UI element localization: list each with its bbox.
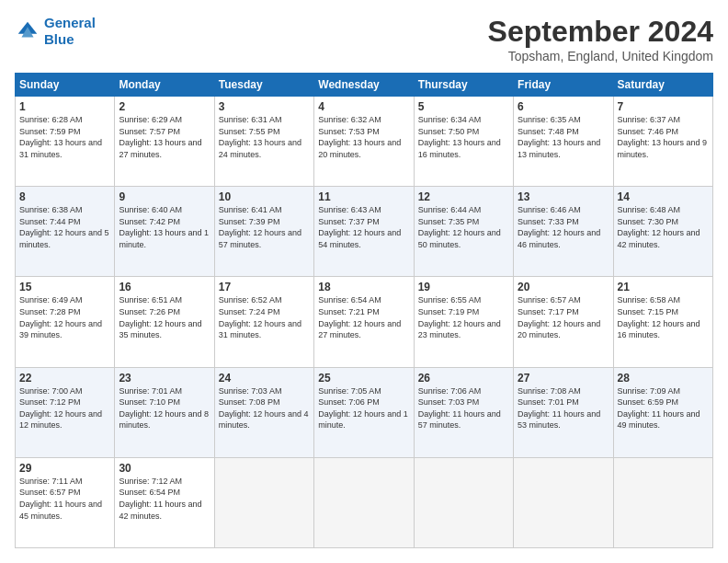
logo-line2: Blue xyxy=(44,31,74,47)
day-number: 23 xyxy=(119,372,210,385)
col-thursday: Thursday xyxy=(414,74,513,97)
day-info: Sunrise: 6:55 AMSunset: 7:19 PMDaylight:… xyxy=(418,294,509,340)
calendar-week-row: 29 Sunrise: 7:11 AMSunset: 6:57 PMDaylig… xyxy=(16,457,713,547)
day-info: Sunrise: 7:05 AMSunset: 7:06 PMDaylight:… xyxy=(318,385,409,431)
day-number: 14 xyxy=(618,190,709,203)
calendar-week-row: 22 Sunrise: 7:00 AMSunset: 7:12 PMDaylig… xyxy=(16,367,713,457)
day-number: 11 xyxy=(318,190,409,203)
table-row: 6 Sunrise: 6:35 AMSunset: 7:48 PMDayligh… xyxy=(514,97,613,187)
table-row: 27 Sunrise: 7:08 AMSunset: 7:01 PMDaylig… xyxy=(514,367,613,457)
logo-text: General Blue xyxy=(44,15,96,48)
day-info: Sunrise: 6:31 AMSunset: 7:55 PMDaylight:… xyxy=(219,114,310,160)
table-row xyxy=(314,457,414,547)
table-row: 14 Sunrise: 6:48 AMSunset: 7:30 PMDaylig… xyxy=(613,187,712,277)
day-number: 27 xyxy=(518,372,609,385)
day-number: 4 xyxy=(318,100,409,113)
day-info: Sunrise: 6:34 AMSunset: 7:50 PMDaylight:… xyxy=(418,114,509,160)
table-row: 25 Sunrise: 7:05 AMSunset: 7:06 PMDaylig… xyxy=(314,367,414,457)
table-row: 1 Sunrise: 6:28 AMSunset: 7:59 PMDayligh… xyxy=(16,97,115,187)
table-row: 13 Sunrise: 6:46 AMSunset: 7:33 PMDaylig… xyxy=(514,187,613,277)
table-row: 15 Sunrise: 6:49 AMSunset: 7:28 PMDaylig… xyxy=(16,277,115,367)
day-info: Sunrise: 7:03 AMSunset: 7:08 PMDaylight:… xyxy=(219,385,310,431)
day-number: 3 xyxy=(219,100,310,113)
day-number: 15 xyxy=(19,281,110,293)
day-number: 13 xyxy=(518,190,609,203)
table-row: 8 Sunrise: 6:38 AMSunset: 7:44 PMDayligh… xyxy=(16,187,115,277)
table-row: 23 Sunrise: 7:01 AMSunset: 7:10 PMDaylig… xyxy=(115,367,214,457)
col-saturday: Saturday xyxy=(613,74,712,97)
table-row: 9 Sunrise: 6:40 AMSunset: 7:42 PMDayligh… xyxy=(115,187,214,277)
col-sunday: Sunday xyxy=(16,74,115,97)
day-info: Sunrise: 7:09 AMSunset: 6:59 PMDaylight:… xyxy=(618,385,709,431)
day-number: 29 xyxy=(19,462,110,475)
day-info: Sunrise: 6:35 AMSunset: 7:48 PMDaylight:… xyxy=(518,114,609,160)
day-info: Sunrise: 6:32 AMSunset: 7:53 PMDaylight:… xyxy=(318,114,409,160)
table-row: 7 Sunrise: 6:37 AMSunset: 7:46 PMDayligh… xyxy=(613,97,712,187)
table-row: 4 Sunrise: 6:32 AMSunset: 7:53 PMDayligh… xyxy=(314,97,414,187)
day-info: Sunrise: 6:57 AMSunset: 7:17 PMDaylight:… xyxy=(518,294,609,340)
calendar: Sunday Monday Tuesday Wednesday Thursday… xyxy=(15,73,713,548)
table-row: 28 Sunrise: 7:09 AMSunset: 6:59 PMDaylig… xyxy=(613,367,712,457)
header: General Blue September 2024 Topsham, Eng… xyxy=(15,15,713,63)
title-block: September 2024 Topsham, England, United … xyxy=(488,15,713,63)
col-wednesday: Wednesday xyxy=(314,74,414,97)
day-info: Sunrise: 6:46 AMSunset: 7:33 PMDaylight:… xyxy=(518,204,609,250)
day-number: 25 xyxy=(318,372,409,385)
table-row: 5 Sunrise: 6:34 AMSunset: 7:50 PMDayligh… xyxy=(414,97,513,187)
table-row: 17 Sunrise: 6:52 AMSunset: 7:24 PMDaylig… xyxy=(214,277,313,367)
day-info: Sunrise: 6:43 AMSunset: 7:37 PMDaylight:… xyxy=(318,204,409,250)
table-row: 12 Sunrise: 6:44 AMSunset: 7:35 PMDaylig… xyxy=(414,187,513,277)
day-info: Sunrise: 6:37 AMSunset: 7:46 PMDaylight:… xyxy=(618,114,709,160)
day-number: 19 xyxy=(418,281,509,293)
day-info: Sunrise: 6:41 AMSunset: 7:39 PMDaylight:… xyxy=(219,204,310,250)
day-number: 12 xyxy=(418,190,509,203)
day-number: 17 xyxy=(219,281,310,293)
day-info: Sunrise: 7:08 AMSunset: 7:01 PMDaylight:… xyxy=(518,385,609,431)
day-info: Sunrise: 7:11 AMSunset: 6:57 PMDaylight:… xyxy=(19,476,110,522)
day-number: 10 xyxy=(219,190,310,203)
table-row: 21 Sunrise: 6:58 AMSunset: 7:15 PMDaylig… xyxy=(613,277,712,367)
day-info: Sunrise: 7:12 AMSunset: 6:54 PMDaylight:… xyxy=(119,476,210,522)
month-title: September 2024 xyxy=(488,15,713,49)
col-tuesday: Tuesday xyxy=(214,74,313,97)
day-number: 18 xyxy=(318,281,409,293)
day-info: Sunrise: 6:44 AMSunset: 7:35 PMDaylight:… xyxy=(418,204,509,250)
day-info: Sunrise: 7:01 AMSunset: 7:10 PMDaylight:… xyxy=(119,385,210,431)
calendar-week-row: 8 Sunrise: 6:38 AMSunset: 7:44 PMDayligh… xyxy=(16,187,713,277)
day-info: Sunrise: 6:49 AMSunset: 7:28 PMDaylight:… xyxy=(19,294,110,340)
logo-icon xyxy=(15,18,40,44)
day-number: 24 xyxy=(219,372,310,385)
day-number: 26 xyxy=(418,372,509,385)
table-row: 24 Sunrise: 7:03 AMSunset: 7:08 PMDaylig… xyxy=(214,367,313,457)
logo: General Blue xyxy=(15,15,96,48)
table-row: 22 Sunrise: 7:00 AMSunset: 7:12 PMDaylig… xyxy=(16,367,115,457)
calendar-header-row: Sunday Monday Tuesday Wednesday Thursday… xyxy=(16,74,713,97)
day-info: Sunrise: 6:28 AMSunset: 7:59 PMDaylight:… xyxy=(19,114,110,160)
day-info: Sunrise: 6:38 AMSunset: 7:44 PMDaylight:… xyxy=(19,204,110,250)
day-number: 9 xyxy=(119,190,210,203)
day-number: 16 xyxy=(119,281,210,293)
day-info: Sunrise: 6:54 AMSunset: 7:21 PMDaylight:… xyxy=(318,294,409,340)
table-row: 26 Sunrise: 7:06 AMSunset: 7:03 PMDaylig… xyxy=(414,367,513,457)
day-number: 8 xyxy=(19,190,110,203)
day-info: Sunrise: 6:51 AMSunset: 7:26 PMDaylight:… xyxy=(119,294,210,340)
calendar-week-row: 15 Sunrise: 6:49 AMSunset: 7:28 PMDaylig… xyxy=(16,277,713,367)
day-info: Sunrise: 6:58 AMSunset: 7:15 PMDaylight:… xyxy=(618,294,709,340)
table-row: 19 Sunrise: 6:55 AMSunset: 7:19 PMDaylig… xyxy=(414,277,513,367)
page: General Blue September 2024 Topsham, Eng… xyxy=(0,0,728,563)
col-monday: Monday xyxy=(115,74,214,97)
day-info: Sunrise: 7:00 AMSunset: 7:12 PMDaylight:… xyxy=(19,385,110,431)
table-row xyxy=(613,457,712,547)
day-number: 1 xyxy=(19,100,110,113)
table-row: 29 Sunrise: 7:11 AMSunset: 6:57 PMDaylig… xyxy=(16,457,115,547)
day-number: 28 xyxy=(618,372,709,385)
table-row: 16 Sunrise: 6:51 AMSunset: 7:26 PMDaylig… xyxy=(115,277,214,367)
logo-line1: General xyxy=(44,15,96,30)
day-info: Sunrise: 6:52 AMSunset: 7:24 PMDaylight:… xyxy=(219,294,310,340)
day-number: 22 xyxy=(19,372,110,385)
col-friday: Friday xyxy=(514,74,613,97)
day-number: 7 xyxy=(618,100,709,113)
table-row: 20 Sunrise: 6:57 AMSunset: 7:17 PMDaylig… xyxy=(514,277,613,367)
table-row: 2 Sunrise: 6:29 AMSunset: 7:57 PMDayligh… xyxy=(115,97,214,187)
calendar-week-row: 1 Sunrise: 6:28 AMSunset: 7:59 PMDayligh… xyxy=(16,97,713,187)
